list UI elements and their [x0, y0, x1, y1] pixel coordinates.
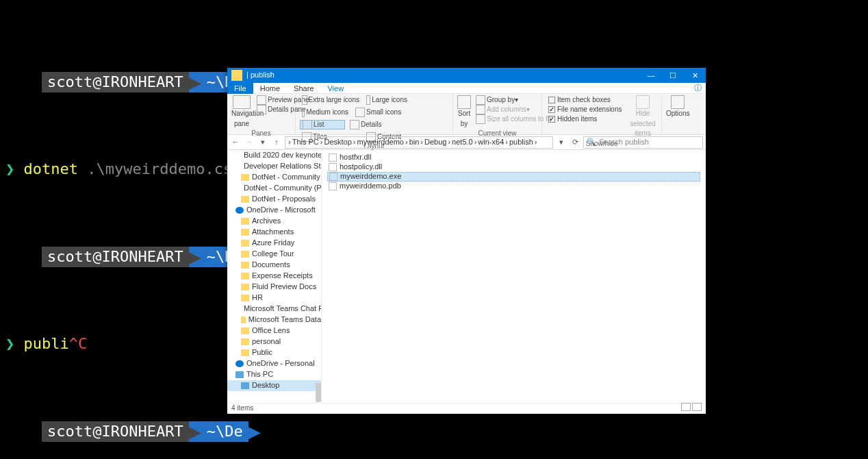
sidebar-item[interactable]: Expense Receipts	[227, 271, 321, 282]
sidebar-item[interactable]: College Tour	[227, 249, 321, 260]
titlebar[interactable]: | publish — ☐ ✕	[227, 68, 706, 83]
breadcrumb-item[interactable]: bin	[409, 137, 420, 148]
layout-xl-icons[interactable]: Extra large icons	[300, 95, 361, 105]
close-button[interactable]: ✕	[684, 68, 706, 83]
sidebar-scrollbar[interactable]	[316, 383, 321, 402]
breadcrumb[interactable]: ›This PC›Desktop›myweirddemo›bin›Debug›n…	[285, 136, 553, 149]
explorer-window[interactable]: | publish — ☐ ✕ File Home Share View ⓘ N…	[227, 68, 706, 414]
sidebar-item[interactable]: OneDrive - Personal	[227, 358, 321, 369]
file-item[interactable]: myweirddemo.pdb	[327, 182, 700, 191]
view-large-icon[interactable]	[692, 403, 702, 411]
hide-selected-button: Hide selected items	[628, 95, 657, 139]
maximize-button[interactable]: ☐	[662, 68, 684, 83]
sidebar-item[interactable]: Public	[227, 347, 321, 358]
sidebar-item[interactable]: HR	[227, 293, 321, 303]
layout-l-icons[interactable]: Large icons	[364, 95, 409, 105]
sidebar-item[interactable]: Microsoft Teams Data	[227, 314, 321, 325]
back-button[interactable]: ←	[230, 137, 241, 148]
sidebar-item[interactable]: OneDrive - Microsoft	[227, 205, 321, 216]
layout-list[interactable]: List	[300, 120, 345, 129]
layout-s-icons[interactable]: Small icons	[353, 108, 415, 117]
sidebar-item[interactable]: Archives	[227, 216, 321, 227]
prompt-3: scott@IRONHEART▶~\De▶	[42, 421, 261, 442]
group-by-button[interactable]: Group by ▾	[474, 95, 553, 105]
file-ext-toggle[interactable]: File name extensions	[546, 105, 626, 114]
file-item[interactable]: myweirddemo.exe	[327, 172, 700, 182]
breadcrumb-item[interactable]: publish	[509, 137, 533, 148]
item-checkboxes-toggle[interactable]: Item check boxes	[546, 95, 626, 105]
tab-share[interactable]: Share	[287, 83, 320, 94]
view-details-icon[interactable]	[681, 403, 691, 411]
sidebar-item[interactable]: Microsoft Teams Chat Files	[227, 303, 321, 314]
sidebar-item[interactable]: Fluid Preview Docs	[227, 282, 321, 293]
up-button[interactable]: ↑	[271, 137, 282, 148]
file-item[interactable]: hostpolicy.dll	[327, 162, 700, 172]
sidebar-item[interactable]: This PC	[227, 369, 321, 380]
tab-view[interactable]: View	[320, 83, 350, 94]
cmd-dotnet: dotnet	[24, 160, 78, 177]
sidebar-item[interactable]: Office Lens	[227, 325, 321, 336]
sidebar-item[interactable]: Documents	[227, 260, 321, 271]
minimize-button[interactable]: —	[640, 68, 662, 83]
folder-icon	[231, 70, 242, 81]
sidebar-item[interactable]: Desktop	[227, 380, 321, 391]
add-columns-button: Add columns ▾	[474, 105, 553, 114]
nav-pane-button[interactable]: Navigation pane	[231, 95, 252, 129]
tab-home[interactable]: Home	[253, 83, 287, 94]
size-columns-button: Size all columns to fit	[474, 114, 553, 124]
forward-button[interactable]: →	[244, 137, 255, 148]
sidebar-item[interactable]: Build 2020 dev keynote - G …	[227, 150, 321, 161]
breadcrumb-item[interactable]: myweirddemo	[357, 137, 404, 148]
ribbon-view: Navigation pane Preview pane Details pan…	[227, 94, 706, 135]
sidebar-item[interactable]: DotNet - Community (Priv	[227, 183, 321, 194]
layout-details[interactable]: Details	[348, 120, 398, 129]
sidebar-item[interactable]: Azure Friday	[227, 238, 321, 249]
options-button[interactable]: Options	[666, 95, 689, 119]
breadcrumb-item[interactable]: Desktop	[324, 137, 351, 148]
hidden-items-toggle[interactable]: Hidden items	[546, 114, 626, 124]
refresh-button[interactable]: ⟳	[570, 137, 580, 148]
prompt-symbol: ❯	[5, 160, 24, 177]
window-title: publish	[251, 70, 275, 81]
sidebar-item[interactable]: DotNet - Community	[227, 172, 321, 183]
file-list[interactable]: hostfxr.dllhostpolicy.dllmyweirddemo.exe…	[322, 150, 706, 403]
status-bar: 4 items	[227, 403, 706, 414]
breadcrumb-item[interactable]: This PC	[292, 137, 319, 148]
file-item[interactable]: hostfxr.dll	[327, 153, 700, 162]
breadcrumb-item[interactable]: Debug	[424, 137, 446, 148]
help-icon[interactable]: ⓘ	[694, 83, 706, 93]
sidebar-item[interactable]: DotNet - Proposals	[227, 194, 321, 205]
nav-bar: ← → ▾ ↑ ›This PC›Desktop›myweirddemo›bin…	[227, 135, 706, 150]
breadcrumb-item[interactable]: win-x64	[478, 137, 504, 148]
tab-file[interactable]: File	[227, 83, 253, 94]
addr-dropdown[interactable]: ▾	[556, 137, 567, 148]
ribbon-tabs: File Home Share View ⓘ	[227, 83, 706, 94]
recent-dropdown[interactable]: ▾	[257, 137, 268, 148]
breadcrumb-item[interactable]: net5.0	[452, 137, 473, 148]
sidebar-item[interactable]: personal	[227, 336, 321, 347]
sidebar-item[interactable]: Attachments	[227, 227, 321, 238]
layout-m-icons[interactable]: Medium icons	[300, 108, 350, 117]
sort-by-button[interactable]: Sort by	[457, 95, 471, 129]
nav-sidebar[interactable]: Build 2020 dev keynote - G …Developer Re…	[227, 150, 322, 403]
search-input[interactable]: 🔍Search publish	[583, 136, 703, 149]
sidebar-item[interactable]: Developer Relations Studio	[227, 161, 321, 172]
